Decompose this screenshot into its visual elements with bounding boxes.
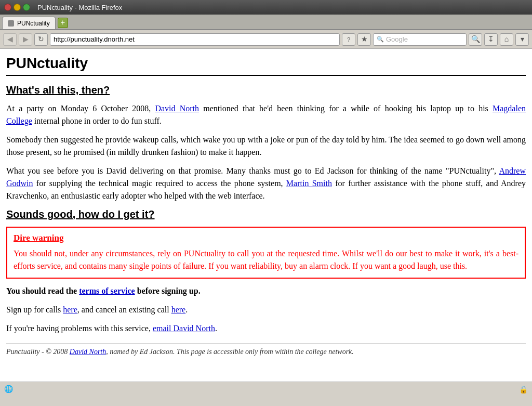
footer-david-north-link[interactable]: David North (70, 348, 106, 356)
footer-suffix: , named by Ed Jackson. This page is acce… (106, 348, 354, 356)
window-controls (4, 4, 30, 11)
address-bar[interactable]: http://punctuality.dnorth.net (50, 33, 340, 46)
david-north-link-1[interactable]: David North (155, 104, 199, 113)
help-button[interactable]: ? (342, 33, 355, 46)
footer-text: Punctuality - © 2008 David North, named … (6, 348, 526, 356)
tab-label: PUNctuality (17, 20, 50, 27)
martin-smith-link[interactable]: Martin Smith (286, 179, 332, 188)
search-bar[interactable]: 🔍 Google (373, 33, 467, 46)
back-button[interactable]: ◀ (3, 33, 17, 46)
tab-bar: PUNctuality + (0, 15, 532, 30)
paragraph-2: Somebody then suggested he provide wakeu… (6, 134, 526, 159)
magdalen-college-link[interactable]: Magdalen College (6, 104, 526, 125)
page-title: PUNctuality (6, 55, 526, 76)
section1-heading: What's all this, then? (6, 84, 526, 96)
warning-text: You should not, under any circumstances,… (14, 247, 518, 272)
footer-divider (6, 343, 526, 344)
menu-button[interactable]: ▾ (515, 33, 529, 46)
bookmark-button[interactable]: ★ (357, 33, 371, 46)
section2-heading: Sounds good, how do I get it? (6, 208, 526, 220)
status-left: 🌐 (4, 385, 17, 394)
home-button[interactable]: ⌂ (500, 33, 513, 46)
paragraph-3: What you see before you is David deliver… (6, 165, 526, 202)
reload-button[interactable]: ↻ (34, 33, 48, 46)
new-tab-button[interactable]: + (58, 18, 68, 28)
email-david-north-link[interactable]: email David North (153, 324, 215, 333)
search-engine-icon: 🔍 (377, 36, 384, 43)
page-wrapper: PUNctuality What's all this, then? At a … (0, 49, 532, 382)
signup-prefix: You should read the (6, 286, 77, 295)
warning-title-link[interactable]: Dire warning (14, 233, 64, 243)
warning-title[interactable]: Dire warning (14, 233, 518, 243)
security-icon: 🔒 (519, 386, 528, 394)
nav-bar: ◀ ▶ ↻ http://punctuality.dnorth.net ? ★ … (0, 30, 532, 49)
signup-tos-line: You should read the terms of service bef… (6, 285, 526, 297)
warning-box: Dire warning You should not, under any c… (6, 227, 526, 279)
terms-of-service-link[interactable]: terms of service (79, 286, 135, 295)
search-go-button[interactable]: 🔍 (469, 33, 482, 46)
andrew-godwin-link[interactable]: Andrew Godwin (6, 166, 526, 188)
search-placeholder: Google (386, 35, 408, 43)
cancel-here-link[interactable]: here (171, 305, 186, 314)
status-right: 🔒 (519, 385, 528, 394)
status-icon: 🌐 (4, 385, 13, 394)
signup-line: Sign up for calls here, and cancel an ex… (6, 304, 526, 316)
window-title: PUNctuality - Mozilla Firefox (37, 4, 122, 11)
download-button[interactable]: ↧ (484, 33, 498, 46)
maximize-button[interactable] (23, 4, 30, 11)
paragraph-1: At a party on Monday 6 October 2008, Dav… (6, 102, 526, 127)
signup-suffix: before signing up. (137, 286, 201, 295)
browser-tab[interactable]: PUNctuality (2, 17, 56, 29)
close-button[interactable] (4, 4, 11, 11)
status-bar: 🌐 🔒 (0, 382, 532, 396)
tab-favicon-icon (8, 20, 14, 27)
problems-line: If you're having problems with this serv… (6, 322, 526, 335)
url-text: http://punctuality.dnorth.net (54, 35, 135, 43)
forward-button[interactable]: ▶ (19, 33, 32, 46)
page-content: PUNctuality What's all this, then? At a … (0, 49, 532, 366)
minimize-button[interactable] (14, 4, 21, 11)
title-bar: PUNctuality - Mozilla Firefox (0, 0, 532, 15)
signup-here-link[interactable]: here (63, 305, 77, 314)
